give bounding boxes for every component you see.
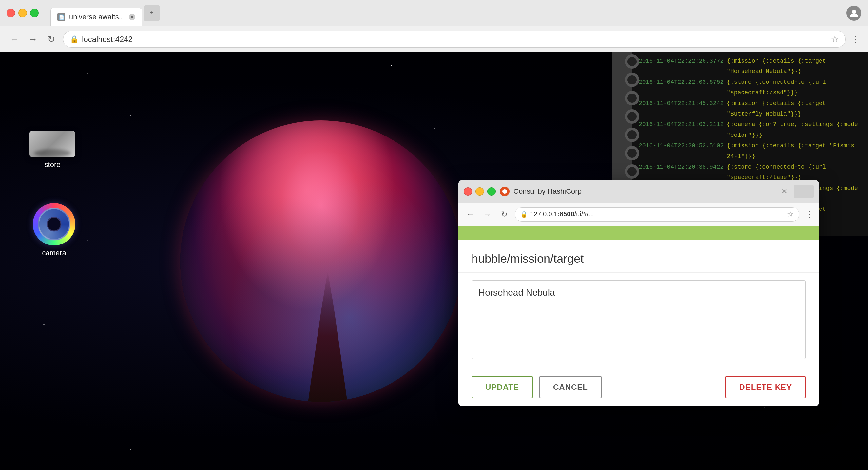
update-button[interactable]: UPDATE [471, 376, 533, 398]
cancel-button[interactable]: CANCEL [539, 376, 601, 398]
back-button[interactable]: ← [8, 33, 21, 46]
consul-value-input[interactable] [471, 280, 806, 359]
consul-header-bar [458, 226, 819, 240]
browser-titlebar: 📄 universe awaits.. ✕ + [0, 0, 868, 26]
profile-button[interactable] [846, 6, 862, 21]
space-background: store camera [0, 53, 868, 470]
consul-close-icon[interactable]: ✕ [781, 187, 787, 196]
browser-content: store camera [0, 53, 868, 470]
browser-nav: ← → ↻ 🔒 localhost:4242 ☆ ⋮ [0, 26, 868, 53]
log-timestamp: 2016-11-04T22:22:26.3772 [639, 56, 723, 77]
log-entry: 2016-11-04T22:20:52.5102{:mission {:deta… [639, 140, 862, 162]
log-content: {:mission {:details {:target "Pismis 24-… [727, 140, 862, 162]
close-button[interactable] [6, 9, 15, 18]
url-display: localhost:4242 [82, 35, 827, 44]
consul-actions: UPDATE CANCEL DELETE KEY [458, 368, 819, 406]
spiral-ring [625, 73, 639, 87]
consul-window: Consul by HashiCorp ✕ ← → ↻ 🔒 127.0.0.1:… [458, 180, 819, 406]
spiral-ring [625, 128, 639, 142]
log-content: {:store {:connected-to {:url "spacecraft… [727, 162, 862, 183]
spiral-ring [625, 109, 639, 124]
consul-address-bar[interactable]: 🔒 127.0.0.1:8500/ui/#/... ☆ [515, 207, 799, 222]
profile-icon [849, 8, 859, 18]
spiral-ring [625, 164, 639, 179]
log-content: {:camera {:on? true, :settings {:mode "c… [727, 119, 862, 140]
log-entry: 2016-11-04T22:21:45.3242{:mission {:deta… [639, 98, 862, 120]
consul-key-path: hubble/mission/target [458, 240, 819, 273]
tab-bar: 📄 universe awaits.. ✕ + [51, 0, 841, 26]
spiral-ring [625, 146, 639, 160]
consul-content: hubble/mission/target UPDATE CANCEL DELE… [458, 226, 819, 406]
consul-extension-btn[interactable] [794, 185, 814, 198]
browser-menu-button[interactable]: ⋮ [851, 34, 860, 44]
log-content: {:mission {:details {:target "Horsehead … [727, 56, 862, 77]
lock-icon: 🔒 [70, 35, 79, 43]
log-timestamp: 2016-11-04T22:20:52.5102 [639, 140, 723, 162]
tab-universe[interactable]: 📄 universe awaits.. ✕ [51, 7, 142, 26]
address-bar[interactable]: 🔒 localhost:4242 ☆ [63, 31, 846, 48]
consul-value-area [458, 273, 819, 368]
new-tab-button[interactable]: + [144, 5, 160, 21]
log-entry: 2016-11-04T22:20:38.9422{:store {:connec… [639, 162, 862, 183]
consul-menu-button[interactable]: ⋮ [806, 210, 814, 219]
log-entry: 2016-11-04T22:21:03.2112{:camera {:on? t… [639, 119, 862, 140]
tab-title: universe awaits.. [69, 13, 125, 21]
maximize-button[interactable] [30, 9, 39, 18]
consul-nav: ← → ↻ 🔒 127.0.0.1:8500/ui/#/... ☆ ⋮ [458, 203, 819, 226]
svg-point-0 [852, 10, 856, 14]
log-entry: 2016-11-04T22:22:03.6752{:store {:connec… [639, 77, 862, 98]
camera-icon[interactable]: camera [33, 203, 75, 257]
consul-window-title: Consul by HashiCorp [514, 187, 582, 196]
tab-close-button[interactable]: ✕ [129, 14, 135, 20]
consul-close-button[interactable] [464, 187, 472, 196]
log-timestamp: 2016-11-04T22:22:03.6752 [639, 77, 723, 98]
log-entry: 2016-11-04T22:22:26.3772{:mission {:deta… [639, 56, 862, 77]
store-label: store [44, 160, 61, 169]
reload-button[interactable]: ↻ [44, 33, 58, 46]
consul-minimize-button[interactable] [475, 187, 484, 196]
consul-url-display: 127.0.0.1:8500/ui/#/... [530, 210, 594, 218]
traffic-lights [6, 9, 39, 18]
log-content: {:mission {:details {:target "Butterfly … [727, 98, 862, 120]
consul-titlebar: Consul by HashiCorp ✕ [458, 180, 819, 203]
log-content: {:store {:connected-to {:url "spacecraft… [727, 77, 862, 98]
log-timestamp: 2016-11-04T22:20:38.9422 [639, 162, 723, 183]
log-timestamp: 2016-11-04T22:21:45.3242 [639, 98, 723, 120]
main-browser-window: 📄 universe awaits.. ✕ + ← → ↻ 🔒 localhos… [0, 0, 868, 470]
consul-forward-button[interactable]: → [481, 208, 494, 221]
bookmark-icon[interactable]: ☆ [831, 34, 839, 44]
camera-label: camera [42, 249, 66, 257]
store-icon-image [30, 131, 75, 157]
consul-traffic-lights [464, 187, 496, 196]
consul-lock-icon: 🔒 [520, 211, 528, 218]
consul-bookmark-icon[interactable]: ☆ [787, 210, 794, 219]
delete-key-button[interactable]: DELETE KEY [725, 376, 806, 398]
spiral-ring [625, 54, 639, 69]
spiral-ring [625, 91, 639, 105]
forward-button[interactable]: → [26, 33, 39, 46]
consul-back-button[interactable]: ← [464, 208, 477, 221]
nebula-image [180, 121, 462, 402]
log-timestamp: 2016-11-04T22:21:03.2112 [639, 119, 723, 140]
camera-icon-image [33, 203, 75, 245]
consul-reload-button[interactable]: ↻ [498, 208, 511, 221]
minimize-button[interactable] [18, 9, 27, 18]
consul-maximize-button[interactable] [487, 187, 496, 196]
consul-favicon [500, 187, 509, 196]
store-icon[interactable]: store [30, 131, 75, 169]
tab-favicon: 📄 [57, 13, 65, 21]
